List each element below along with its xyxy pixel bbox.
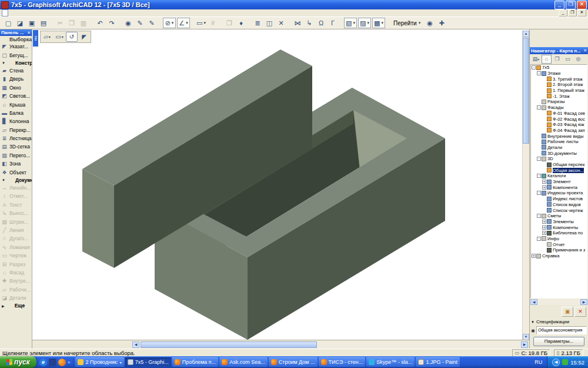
new-button[interactable]: ▢: [3, 18, 14, 28]
tree-item[interactable]: 3. Третий этаж: [531, 76, 587, 82]
tree-item[interactable]: Внутренние виды: [531, 133, 587, 139]
task-firefox-2[interactable]: Ask.com Sea...: [219, 357, 268, 367]
navigator-header[interactable]: Навигатор - Карта п... ✕: [530, 47, 588, 54]
tree-item[interactable]: + Справка: [531, 253, 587, 259]
navigator-horizontal-scrollbar[interactable]: ◀ ▶: [530, 299, 587, 305]
mdi-close-button[interactable]: ✕: [577, 9, 586, 16]
tree-item[interactable]: Рабочие листы: [531, 139, 587, 145]
next-zoom-button[interactable]: [115, 341, 123, 348]
tool-line[interactable]: ╱ Линия: [0, 226, 32, 234]
scroll-right-icon[interactable]: ▶: [521, 342, 528, 348]
restore-button[interactable]: ❐: [566, 1, 576, 9]
task-explorer-group[interactable]: 2 Проводник: ▾: [75, 357, 123, 367]
find-select-button[interactable]: ◉: [123, 18, 133, 28]
tool-slab[interactable]: ▱ Перекр...: [0, 126, 32, 134]
internet-explorer-icon[interactable]: e: [39, 359, 47, 366]
zoom-in-button[interactable]: [65, 341, 74, 348]
expander-icon[interactable]: -: [532, 65, 536, 69]
camera-settings-button[interactable]: ◉: [425, 18, 435, 28]
undo-button[interactable]: ↶: [95, 18, 105, 28]
inject-parameters-button[interactable]: ✎: [146, 18, 157, 28]
tray-app-icon[interactable]: [562, 359, 568, 365]
zoom-out-button[interactable]: [74, 341, 82, 348]
tool-beam[interactable]: ▬ Балка: [0, 109, 32, 117]
tool-arc[interactable]: ○ Дуга/о...: [0, 234, 32, 243]
toolbox-section-design[interactable]: ▼ Конструир: [0, 59, 32, 67]
tree-item[interactable]: 1. Первый этаж: [531, 88, 587, 94]
tree-item[interactable]: Ф-03 Фасад юж: [531, 122, 587, 128]
scroll-left-icon[interactable]: ◀: [530, 299, 537, 305]
task-archicad[interactable]: 7x5 - Graphi...: [125, 357, 171, 367]
window-settings-2-button[interactable]: ▨▾: [358, 18, 371, 28]
tool-text[interactable]: A Текст: [0, 201, 32, 209]
tool-fill[interactable]: ▨ Штрих...: [0, 217, 32, 226]
project-chooser-button[interactable]: ▤▾: [531, 55, 541, 64]
tool-arrow[interactable]: ◤ Указат...: [0, 42, 32, 51]
pan-button[interactable]: [49, 341, 57, 348]
tool-marquee[interactable]: ▢ Бегущ...: [0, 51, 32, 59]
tree-item[interactable]: Разрезы: [531, 99, 587, 105]
marquee-3d-button[interactable]: ▱▾: [41, 32, 53, 42]
tool-polyline[interactable]: ∿ Ломаная: [0, 243, 32, 251]
grid-snap-button[interactable]: #: [208, 18, 218, 28]
tool-zone[interactable]: ◧ Зона: [0, 160, 32, 168]
tree-item[interactable]: - Инфо: [531, 236, 587, 242]
expander-icon[interactable]: +: [542, 226, 546, 230]
scroll-left-icon[interactable]: ◀: [132, 342, 139, 348]
close-icon[interactable]: ✕: [583, 48, 587, 53]
tool-dimension[interactable]: ↔ Линейн...: [0, 184, 32, 192]
expander-icon[interactable]: +: [532, 254, 536, 258]
tree-item[interactable]: Список видов: [531, 202, 587, 208]
expander-icon[interactable]: +: [542, 180, 546, 184]
mdi-restore-button[interactable]: ❐: [568, 9, 577, 16]
tree-item[interactable]: Индекс листов: [531, 196, 587, 202]
tool-skylight[interactable]: ◩ Светов...: [0, 92, 32, 100]
expander-icon[interactable]: -: [537, 71, 541, 75]
guide-lines-button[interactable]: ▭▾: [196, 18, 206, 28]
tree-item[interactable]: Общая аксон...: [531, 167, 587, 173]
fit-in-window-button[interactable]: [32, 341, 41, 348]
adjust-button[interactable]: Γ: [328, 18, 338, 28]
walk-mode-button[interactable]: ✚: [436, 18, 447, 28]
tool-section[interactable]: ⊟ Разрез: [0, 260, 32, 268]
horizontal-scroll-thumb[interactable]: [141, 342, 317, 348]
tree-item[interactable]: Ф-01 Фасад сев: [531, 111, 587, 117]
arrow-cursor-button[interactable]: ◤: [78, 32, 90, 42]
task-firefox-3[interactable]: Строим Дом ...: [269, 357, 318, 367]
suspend-groups-button[interactable]: ⊘▾: [163, 18, 176, 28]
copy-button[interactable]: ❐: [66, 18, 77, 28]
save-button[interactable]: ▣: [26, 18, 37, 28]
minimize-button[interactable]: _: [554, 1, 564, 9]
tree-item[interactable]: Ф-02 Фасад вос: [531, 116, 587, 122]
close-icon[interactable]: ✕: [27, 31, 31, 35]
close-marker-button[interactable]: ✕: [276, 18, 286, 28]
close-button[interactable]: ✕: [577, 1, 587, 9]
vertical-scrollbar[interactable]: ▲ ▼: [522, 31, 529, 340]
toolbox-section-selection[interactable]: Выборка: [0, 36, 32, 42]
window-settings-1-button[interactable]: ▧▾: [344, 18, 357, 28]
tool-worksheet[interactable]: ▱ Рабочи...: [0, 286, 32, 294]
tool-label[interactable]: ↳ Вынос...: [0, 209, 32, 217]
tool-column[interactable]: ▊ Колонна: [0, 117, 32, 125]
tree-item[interactable]: - Сметы: [531, 213, 587, 219]
goto-dropdown[interactable]: Перейти▾: [390, 18, 423, 28]
view-name-field[interactable]: Общая аксонометрия: [536, 326, 587, 334]
orbit-view-button[interactable]: [90, 341, 98, 348]
tool-elevation[interactable]: ⌂ Фасад: [0, 268, 32, 277]
tool-door[interactable]: ▮ Дверь: [0, 75, 32, 83]
tree-item[interactable]: Примечания и з: [531, 247, 587, 253]
task-firefox-4[interactable]: ТИСЭ - стен...: [319, 357, 366, 367]
tree-item[interactable]: - Индексы проекта: [531, 190, 587, 196]
layout-book-button[interactable]: ▭: [563, 55, 573, 64]
tool-window[interactable]: ▦ Окно: [0, 84, 32, 92]
redo-button[interactable]: ↷: [106, 18, 117, 28]
task-firefox-1[interactable]: Проблема п...: [172, 357, 219, 367]
start-button[interactable]: пуск: [0, 356, 36, 368]
task-skype[interactable]: Skype™ - sla...: [366, 357, 415, 367]
scroll-up-icon[interactable]: ▲: [523, 31, 529, 37]
expander-icon[interactable]: +: [542, 185, 546, 190]
tool-mesh[interactable]: ▤ 3D-сетка: [0, 142, 32, 151]
tree-item[interactable]: + Элемент: [531, 179, 587, 185]
pick-up-parameters-button[interactable]: ✎: [135, 18, 145, 28]
horizontal-scrollbar[interactable]: ◀ ▶: [132, 342, 528, 348]
